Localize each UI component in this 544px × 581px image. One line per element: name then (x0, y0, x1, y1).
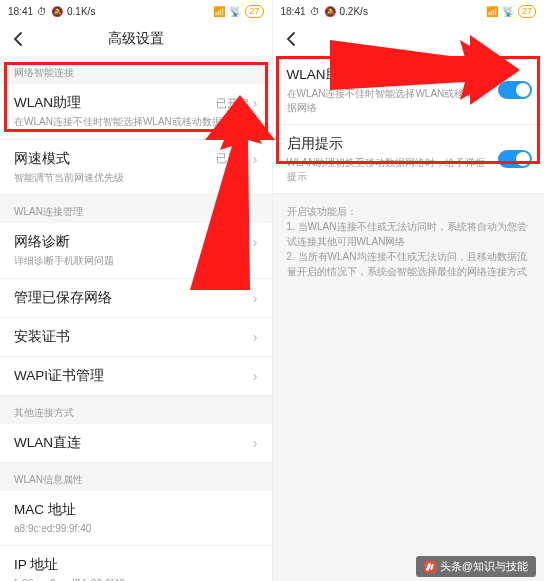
page-title: 高级设置 (108, 30, 164, 48)
chevron-right-icon: › (253, 95, 258, 111)
row-net-speed-mode[interactable]: 网速模式 已开启› 智能调节当前网速优先级 (0, 140, 272, 196)
chevron-right-icon: › (253, 290, 258, 306)
status-time: 18:41 (281, 6, 306, 17)
alarm-icon: ⏱ (37, 6, 47, 17)
chevron-right-icon: › (253, 151, 258, 167)
section-label: 网络智能连接 (0, 56, 272, 84)
net-speed: 0.2K/s (340, 6, 368, 17)
no-disturb-icon: 🔕 (324, 6, 336, 17)
net-speed: 0.1K/s (67, 6, 95, 17)
watermark: 头条@知识与技能 (416, 556, 536, 577)
row-enable-prompt[interactable]: 启用提示 WLAN助理切换至移动数据网络时，给予弹框提示 (273, 125, 545, 194)
battery-level: 27 (245, 5, 263, 18)
wifi-icon: 📡 (229, 6, 241, 17)
alarm-icon: ⏱ (310, 6, 320, 17)
status-bar: 18:41 ⏱ 🔕 0.2K/s 📶 📡 27 (273, 0, 545, 22)
row-wlan-direct[interactable]: WLAN直连› (0, 424, 272, 463)
no-disturb-icon: 🔕 (51, 6, 63, 17)
row-ip-address: IP 地址 fe80::aa9c:edff:fe99:9f40 192.168.… (0, 546, 272, 581)
signal-icon: 📶 (486, 6, 498, 17)
section-label: WLAN连接管理 (0, 195, 272, 223)
right-screenshot: 18:41 ⏱ 🔕 0.2K/s 📶 📡 27 WLAN 助理 WLAN助理 在… (272, 0, 545, 581)
back-button[interactable] (6, 26, 32, 52)
signal-icon: 📶 (213, 6, 225, 17)
battery-level: 27 (518, 5, 536, 18)
status-time: 18:41 (8, 6, 33, 17)
chevron-right-icon: › (253, 435, 258, 451)
left-screenshot: 18:41 ⏱ 🔕 0.1K/s 📶 📡 27 高级设置 网络智能连接 WLAN… (0, 0, 272, 581)
info-block: 开启该功能后： 1. 当WLAN连接不佳或无法访问时，系统将自动为您尝试连接其他… (273, 194, 545, 289)
back-button[interactable] (279, 26, 305, 52)
toggle-wlan-assistant[interactable] (498, 81, 532, 99)
wifi-icon: 📡 (502, 6, 514, 17)
toggle-enable-prompt[interactable] (498, 150, 532, 168)
chevron-right-icon: › (253, 234, 258, 250)
chevron-right-icon: › (253, 368, 258, 384)
row-mac-address: MAC 地址 a8:9c:ed:99:9f:40 (0, 491, 272, 547)
row-wlan-assistant[interactable]: WLAN助理 已开启› 在WLAN连接不佳时智能选择WLAN或移动数据网络 (0, 84, 272, 140)
navbar: WLAN 助理 (273, 22, 545, 56)
row-manage-saved[interactable]: 管理已保存网络› (0, 279, 272, 318)
row-wlan-assistant[interactable]: WLAN助理 在WLAN连接不佳时智能选择WLAN或移动数据网络 (273, 56, 545, 125)
navbar: 高级设置 (0, 22, 272, 56)
chevron-right-icon: › (253, 329, 258, 345)
status-bar: 18:41 ⏱ 🔕 0.1K/s 📶 📡 27 (0, 0, 272, 22)
row-net-diagnose[interactable]: 网络诊断› 详细诊断手机联网问题 (0, 223, 272, 279)
section-label: 其他连接方式 (0, 396, 272, 424)
row-wapi-cert[interactable]: WAPI证书管理› (0, 357, 272, 396)
toutiao-icon (424, 561, 436, 573)
section-label: WLAN信息属性 (0, 463, 272, 491)
row-install-cert[interactable]: 安装证书› (0, 318, 272, 357)
